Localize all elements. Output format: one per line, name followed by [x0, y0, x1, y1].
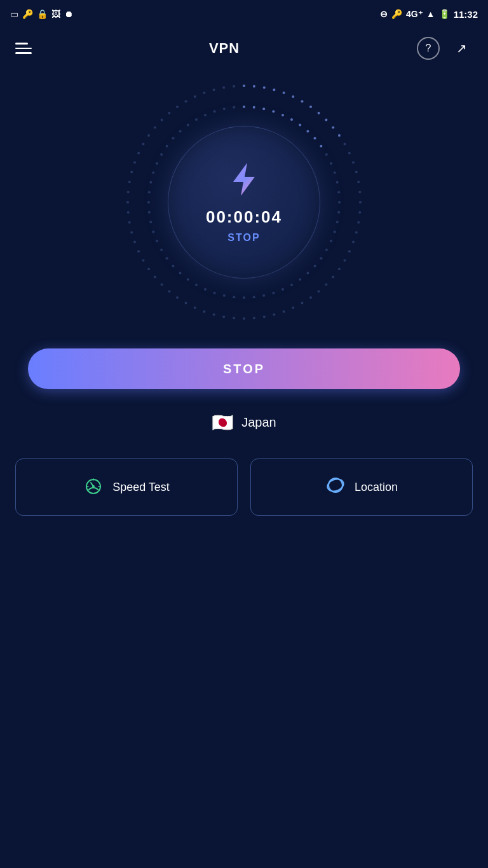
status-right-icons: ⊖ 🔑 4G⁺ ▲ 🔋 11:32 [380, 9, 478, 20]
share-button[interactable]: ↗ [450, 37, 473, 60]
svg-point-64 [168, 112, 170, 114]
svg-point-78 [299, 124, 301, 127]
planet-icon [325, 475, 346, 500]
svg-point-50 [133, 241, 136, 244]
svg-point-95 [306, 272, 309, 275]
menu-line-2 [15, 48, 32, 50]
speedometer-icon [83, 475, 104, 500]
svg-point-21 [355, 231, 358, 233]
svg-point-106 [204, 288, 207, 291]
lightning-bolt-icon [229, 162, 259, 202]
svg-point-75 [272, 110, 274, 113]
bottom-cards: Speed Test Location [15, 458, 473, 516]
country-selector[interactable]: 🇯🇵 Japan [212, 412, 276, 433]
svg-point-1 [253, 85, 255, 88]
share-icon: ↗ [456, 41, 467, 56]
menu-button[interactable] [15, 43, 32, 54]
svg-point-118 [148, 191, 151, 193]
country-flag: 🇯🇵 [212, 412, 234, 433]
menu-line-1 [15, 43, 28, 45]
svg-point-5 [292, 95, 294, 98]
svg-point-38 [222, 315, 225, 318]
status-time: 11:32 [454, 9, 478, 20]
location-card[interactable]: Location [250, 458, 473, 516]
svg-point-27 [325, 283, 327, 286]
svg-point-65 [176, 106, 179, 108]
svg-point-46 [154, 276, 156, 279]
svg-point-125 [179, 130, 182, 133]
header-actions: ? ↗ [417, 37, 473, 60]
svg-point-47 [147, 268, 150, 270]
svg-point-30 [301, 302, 304, 305]
svg-point-99 [272, 292, 274, 294]
svg-point-3 [273, 88, 275, 91]
svg-point-121 [156, 162, 158, 165]
svg-point-36 [243, 317, 245, 320]
svg-point-12 [344, 143, 346, 146]
svg-point-107 [195, 284, 198, 286]
svg-point-67 [194, 95, 196, 98]
svg-point-2 [263, 86, 266, 89]
vpn-key-icon: 🔑 [391, 9, 402, 19]
svg-point-32 [283, 310, 285, 313]
svg-point-44 [168, 290, 170, 293]
svg-point-83 [330, 162, 332, 165]
svg-point-33 [273, 313, 275, 316]
svg-point-20 [357, 221, 360, 224]
svg-point-55 [127, 191, 130, 193]
image-icon: 🖼 [51, 9, 60, 19]
menu-line-3 [15, 52, 32, 54]
svg-point-62 [154, 126, 156, 128]
svg-point-68 [203, 92, 205, 94]
svg-point-102 [243, 296, 245, 299]
timer-container[interactable]: // Generate dots in a circle - done via … [123, 81, 365, 323]
svg-point-39 [213, 313, 215, 316]
svg-point-41 [194, 307, 196, 309]
svg-point-72 [243, 106, 245, 108]
svg-point-130 [223, 107, 226, 110]
svg-point-88 [337, 211, 340, 214]
svg-point-8 [318, 112, 320, 114]
svg-point-13 [348, 152, 351, 155]
signal-icon: ▲ [426, 9, 435, 19]
svg-point-16 [357, 181, 360, 183]
vpn-power-button[interactable]: 00:00:04 STOP [168, 126, 320, 279]
block-icon: ⊖ [380, 9, 388, 19]
svg-point-85 [336, 181, 339, 184]
svg-point-23 [348, 250, 351, 252]
svg-point-48 [142, 259, 145, 262]
timer-display: 00:00:04 [206, 207, 282, 227]
svg-point-110 [172, 265, 175, 267]
svg-point-84 [334, 172, 336, 174]
speed-test-card[interactable]: Speed Test [15, 458, 238, 516]
svg-point-57 [130, 171, 133, 174]
svg-point-60 [142, 143, 145, 146]
svg-point-11 [338, 134, 341, 137]
svg-point-124 [172, 137, 175, 140]
svg-point-54 [126, 201, 129, 203]
svg-point-74 [262, 107, 265, 110]
svg-point-79 [306, 130, 309, 133]
svg-point-61 [147, 134, 150, 137]
svg-point-126 [187, 124, 189, 127]
svg-point-112 [160, 249, 163, 251]
stop-button[interactable]: STOP [28, 348, 460, 389]
svg-point-15 [355, 171, 358, 174]
svg-point-69 [213, 88, 215, 91]
svg-point-10 [332, 126, 334, 128]
svg-point-76 [281, 114, 284, 116]
svg-point-93 [320, 257, 322, 259]
svg-point-53 [127, 211, 130, 214]
svg-point-100 [262, 294, 265, 297]
svg-point-73 [253, 106, 255, 109]
svg-point-34 [263, 315, 266, 318]
svg-point-40 [203, 310, 205, 313]
svg-point-26 [332, 276, 334, 279]
lock-icon: 🔒 [37, 9, 48, 19]
svg-point-18 [359, 201, 362, 203]
svg-point-115 [149, 221, 152, 223]
status-bar: ▭ 🔑 🔒 🖼 ⏺ ⊖ 🔑 4G⁺ ▲ 🔋 11:32 [0, 0, 488, 28]
svg-point-108 [187, 278, 189, 280]
help-button[interactable]: ? [417, 37, 440, 60]
svg-point-0 [243, 85, 245, 87]
